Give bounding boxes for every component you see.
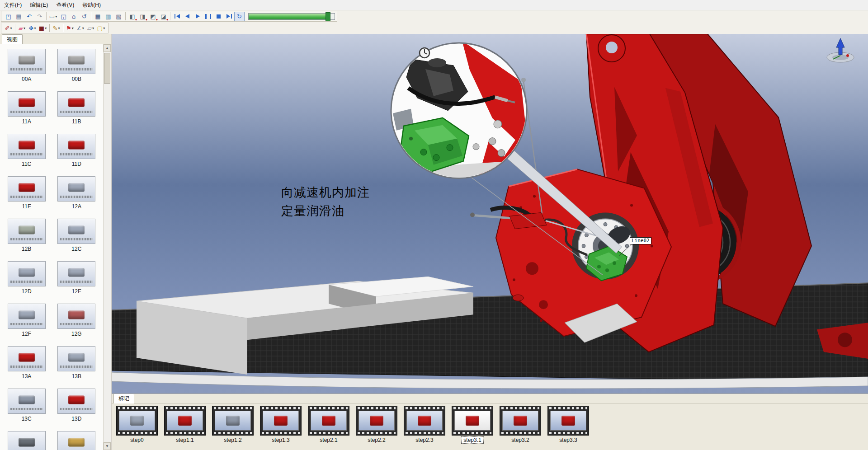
view-thumbnail[interactable]: 13C: [3, 389, 50, 428]
film-holes: [453, 432, 491, 434]
view-thumbnail[interactable]: 12E: [53, 261, 100, 301]
fit-view-icon: ◱: [61, 14, 66, 19]
playback-stop-button[interactable]: [213, 12, 224, 21]
step-thumbnail[interactable]: step2.1: [308, 406, 349, 443]
view-thumbnail[interactable]: 12D: [3, 261, 50, 301]
menu-item-edit[interactable]: 编辑(E): [26, 0, 52, 10]
step-thumbnail[interactable]: step1.1: [164, 406, 206, 443]
eraser-tool-button[interactable]: ▱▾: [85, 23, 96, 33]
step-thumbnail[interactable]: step1.3: [260, 406, 302, 443]
display-mode-icon: ▭: [49, 14, 55, 19]
export-button[interactable]: ▤: [14, 12, 24, 21]
view-thumbnail[interactable]: 00A: [3, 49, 50, 89]
step-thumbnail[interactable]: step3.3: [547, 406, 589, 443]
progress-thumb[interactable]: [326, 12, 330, 21]
steps-tab[interactable]: 标记: [113, 394, 134, 403]
menu-item-help[interactable]: 帮助(H): [78, 0, 105, 10]
fill-color-button[interactable]: ■▾: [38, 23, 48, 33]
film-holes: [262, 432, 300, 434]
playback-first-button[interactable]: [172, 12, 182, 21]
viewport-3d[interactable]: 向减速机内加注 定量润滑油 Line02: [112, 34, 868, 394]
step-thumbnail[interactable]: step3.2: [500, 406, 541, 443]
view-thumbnail[interactable]: 12G: [53, 304, 100, 343]
view-thumbnail[interactable]: 00B: [53, 49, 100, 89]
flag-tool-button[interactable]: ⚑▾: [65, 23, 75, 33]
sheet-button[interactable]: ▧: [113, 12, 124, 21]
view-thumbnail[interactable]: 12B: [3, 219, 50, 258]
snapshot-a-button[interactable]: ◧: [127, 12, 137, 21]
views-tab[interactable]: 视图: [2, 34, 23, 44]
main-toolbar-group: ◳▤↶↷▭▾◱⌂↺▦▥▧◧◨◩◪ ↻: [1, 11, 337, 22]
view-thumbnail[interactable]: 12F: [3, 304, 50, 343]
view-thumbnail[interactable]: 11A: [3, 91, 50, 131]
playback-prev-button[interactable]: [182, 12, 193, 21]
playback-next-button[interactable]: [224, 12, 234, 21]
scrollbar-thumb[interactable]: [104, 53, 110, 84]
line02-label[interactable]: Line02: [630, 237, 651, 244]
pencil-tool-button[interactable]: ✎▾: [51, 23, 61, 33]
eraser-tool-icon: ▱: [87, 25, 92, 31]
step-thumbnail[interactable]: step2.3: [404, 406, 445, 443]
markup-toolbar: ✐▾▰▾✥▾■▾✎▾⚑▾∠▾▱▾▢▾: [0, 22, 868, 34]
dropdown-caret-icon: ▾: [72, 26, 74, 30]
step-preview: [119, 411, 155, 431]
view-thumbnail-image: [8, 304, 46, 329]
part-preview: [19, 438, 35, 447]
view-thumbnail[interactable]: 11E: [3, 176, 50, 216]
step-thumbnail[interactable]: step0: [116, 406, 158, 443]
marker-tool-button[interactable]: ✐▾: [3, 23, 14, 33]
open-button[interactable]: ◳: [3, 12, 14, 21]
toolbar-separator: [125, 12, 126, 20]
playback-pause-button[interactable]: [203, 12, 213, 21]
view-thumbnail-image: [8, 176, 46, 202]
playback-first-icon: [175, 14, 180, 19]
views-scrollbar[interactable]: ▲ ▼: [103, 44, 111, 450]
highlight-tool-button[interactable]: ▰▾: [17, 23, 27, 33]
view-thumbnail[interactable]: [53, 431, 100, 450]
view-thumbnail[interactable]: 13D: [53, 389, 100, 428]
snapshot-b-button[interactable]: ◨: [137, 12, 148, 21]
view-thumbnail-image: [57, 219, 95, 244]
step-label: step2.2: [366, 437, 387, 443]
measure-grid-button[interactable]: ▥: [103, 12, 113, 21]
film-frame: [164, 406, 206, 436]
main-toolbar: ◳▤↶↷▭▾◱⌂↺▦▥▧◧◨◩◪ ↻: [0, 10, 868, 23]
view-thumbnail[interactable]: [3, 431, 50, 450]
home-view-button[interactable]: ⌂: [69, 12, 79, 21]
view-thumbnail[interactable]: 11C: [3, 134, 50, 173]
playback-play-button[interactable]: [193, 12, 203, 21]
view-thumbnail[interactable]: 11D: [53, 134, 100, 173]
dropdown-caret-icon: ▾: [103, 26, 105, 30]
film-holes: [358, 407, 396, 409]
view-thumbnail[interactable]: 13A: [3, 346, 50, 386]
film-holes: [214, 432, 252, 434]
menu-item-file[interactable]: 文件(F): [0, 0, 26, 10]
view-thumbnail[interactable]: 11B: [53, 91, 100, 131]
playback-progress-slider[interactable]: [248, 13, 335, 20]
snapshot-d-button[interactable]: ◪: [158, 12, 169, 21]
grid-button[interactable]: ▦: [93, 12, 103, 21]
fit-view-button[interactable]: ◱: [58, 12, 69, 21]
step-thumbnail[interactable]: step1.2: [212, 406, 254, 443]
snapshot-c-button[interactable]: ◩: [148, 12, 158, 21]
spin-view-button[interactable]: ↺: [79, 12, 90, 21]
note-tool-button[interactable]: ▢▾: [96, 23, 106, 33]
film-frame: [260, 406, 302, 436]
view-thumbnail[interactable]: 12C: [53, 219, 100, 258]
annotation-line-2: 定量润滑油: [281, 202, 370, 220]
step-thumbnail[interactable]: step2.2: [356, 406, 397, 443]
view-thumbnail[interactable]: 12A: [53, 176, 100, 216]
scroll-down-icon[interactable]: ▼: [104, 442, 111, 450]
measure-tool-button[interactable]: ∠▾: [75, 23, 85, 33]
scroll-up-icon[interactable]: ▲: [104, 44, 111, 52]
undo-button[interactable]: ↶: [24, 12, 34, 21]
view-thumbnail-image: [57, 134, 95, 159]
display-mode-button[interactable]: ▭▾: [48, 12, 58, 21]
step-thumbnail[interactable]: step3.1: [452, 406, 493, 443]
view-thumbnail[interactable]: 13B: [53, 346, 100, 386]
redo-button[interactable]: ↷: [34, 12, 45, 21]
pan-tool-button[interactable]: ✥▾: [27, 23, 38, 33]
view-thumbnail-label: 12B: [22, 246, 31, 252]
menu-item-view[interactable]: 查看(V): [52, 0, 78, 10]
loop-button[interactable]: ↻: [234, 12, 245, 21]
